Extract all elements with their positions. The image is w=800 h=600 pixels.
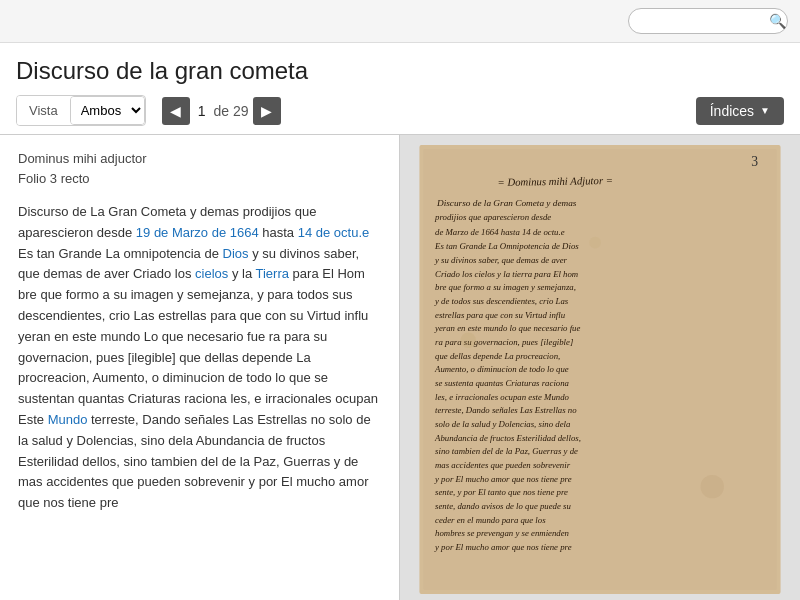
toolbar: Vista Ambos ◀ 1 de 29 ▶ Índices ▼ [0, 95, 800, 134]
page-title: Discurso de la gran cometa [0, 43, 800, 95]
svg-text:y de todos sus descendientes, : y de todos sus descendientes, crio Las [434, 296, 569, 306]
image-panel: 3 = Dominus mihi Adjutor = Discurso de l… [400, 135, 800, 600]
page-number: 1 [194, 103, 210, 119]
indices-label: Índices [710, 103, 754, 119]
svg-text:que dellas depende La procreac: que dellas depende La procreacion, [435, 351, 560, 361]
svg-point-30 [460, 332, 476, 348]
svg-text:y por El mucho amor que nos ti: y por El mucho amor que nos tiene pre [434, 542, 572, 552]
page-of-label: de 29 [213, 103, 248, 119]
svg-text:= Dominus mihi Adjutor =: = Dominus mihi Adjutor = [497, 174, 613, 188]
view-group: Vista Ambos [16, 95, 146, 126]
folio-header: Dominus mihi adjuctor Folio 3 recto [18, 149, 381, 188]
svg-text:sente, y por El tanto que nos : sente, y por El tanto que nos tiene pre [435, 487, 568, 497]
search-input[interactable] [639, 14, 769, 29]
link-cielos[interactable]: cielos [195, 266, 228, 281]
indices-button[interactable]: Índices ▼ [696, 97, 784, 125]
svg-text:solo de la salud y Dolencias, : solo de la salud y Dolencias, sino dela [435, 419, 571, 429]
svg-text:ceder en el mundo para que los: ceder en el mundo para que los [435, 515, 546, 525]
link-march-1664[interactable]: 19 de Marzo de 1664 [136, 225, 259, 240]
svg-text:estrellas para que con su Virt: estrellas para que con su Virtud influ [435, 310, 566, 320]
search-box[interactable]: 🔍 [628, 8, 788, 34]
svg-text:prodijios que aparescieron des: prodijios que aparescieron desde [434, 212, 551, 222]
folio-line1: Dominus mihi adjuctor [18, 149, 381, 169]
svg-text:terreste, Dando señales Las Es: terreste, Dando señales Las Estrellas no [435, 405, 577, 415]
indices-arrow-icon: ▼ [760, 105, 770, 116]
svg-text:3: 3 [751, 154, 758, 169]
prev-page-button[interactable]: ◀ [162, 97, 190, 125]
svg-text:Aumento, o diminucion de todo : Aumento, o diminucion de todo lo que [434, 364, 569, 374]
view-select[interactable]: Ambos [71, 97, 144, 124]
svg-text:de Marzo de 1664  hasta 14 de : de Marzo de 1664 hasta 14 de octu.e [435, 227, 565, 237]
svg-text:ra para su governacion, pues [: ra para su governacion, pues [ilegible] [435, 337, 574, 347]
link-tierra[interactable]: Tierra [256, 266, 289, 281]
svg-text:hombres se prevengan y se enmi: hombres se prevengan y se enmienden [435, 528, 570, 538]
ambos-dropdown[interactable]: Ambos [70, 96, 145, 125]
svg-text:Abundancia de fructos Esterili: Abundancia de fructos Esterilidad dellos… [434, 433, 581, 443]
folio-line2: Folio 3 recto [18, 169, 381, 189]
svg-text:Es tan Grande La Omnipotencia : Es tan Grande La Omnipotencia de Dios [434, 241, 579, 251]
pagination-group: ◀ 1 de 29 ▶ [162, 97, 281, 125]
svg-text:y por El mucho amor que nos ti: y por El mucho amor que nos tiene pre [434, 474, 572, 484]
search-icon: 🔍 [769, 13, 786, 29]
svg-point-31 [701, 475, 724, 498]
next-page-button[interactable]: ▶ [253, 97, 281, 125]
link-dios[interactable]: Dios [223, 246, 249, 261]
vista-button[interactable]: Vista [17, 96, 70, 125]
svg-text:sino tambien del de la Paz, Gu: sino tambien del de la Paz, Guerras y de [435, 446, 578, 456]
svg-text:yeran en este mundo lo que nec: yeran en este mundo lo que necesario fue [434, 323, 580, 333]
svg-text:se sustenta quantas Criaturas : se sustenta quantas Criaturas raciona [435, 378, 570, 388]
link-mundo[interactable]: Mundo [48, 412, 88, 427]
svg-text:Criado los cielos y la tierra : Criado los cielos y la tierra para El ho… [435, 269, 578, 279]
top-bar: 🔍 [0, 0, 800, 43]
manuscript-image: 3 = Dominus mihi Adjutor = Discurso de l… [410, 145, 790, 594]
link-oct[interactable]: 14 de octu.e [298, 225, 370, 240]
main-content: Dominus mihi adjuctor Folio 3 recto Disc… [0, 134, 800, 600]
svg-text:bre que formo a su imagen y se: bre que formo a su imagen y semejanza, [435, 282, 576, 292]
svg-text:sente, dando avisos de lo que : sente, dando avisos de lo que puede su [435, 501, 571, 511]
svg-text:mas accidentes que pueden sobr: mas accidentes que pueden sobrevenir [435, 460, 571, 470]
svg-text:y su divinos saber, que demas : y su divinos saber, que demas de aver [434, 255, 568, 265]
svg-text:les, e irracionales ocupan est: les, e irracionales ocupan este Mundo [435, 392, 570, 402]
main-text-content: Discurso de La Gran Cometa y demas prodi… [18, 202, 381, 514]
svg-text:Discurso de la Gran Cometa y d: Discurso de la Gran Cometa y demas [436, 198, 577, 208]
text-panel: Dominus mihi adjuctor Folio 3 recto Disc… [0, 135, 400, 600]
svg-point-32 [589, 237, 601, 249]
